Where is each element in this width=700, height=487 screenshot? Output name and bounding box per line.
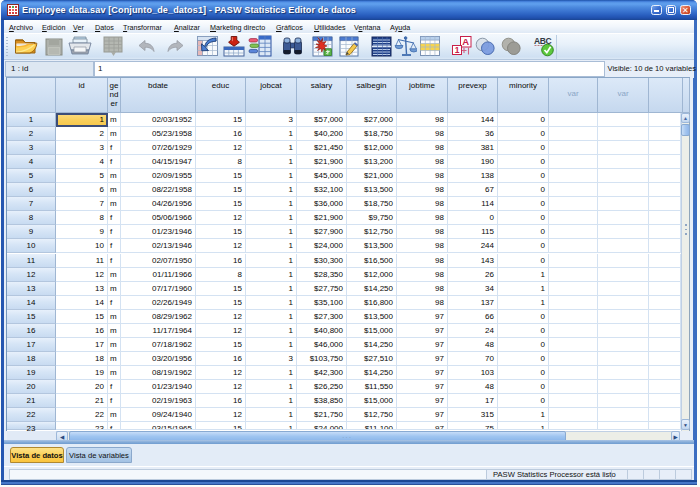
svg-text:A: A	[462, 36, 469, 47]
svg-text:1: 1	[455, 45, 460, 55]
